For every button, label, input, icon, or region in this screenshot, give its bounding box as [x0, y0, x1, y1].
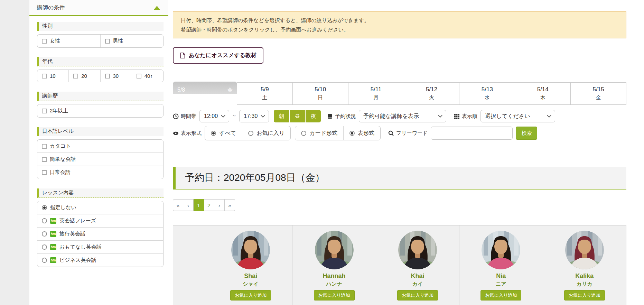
pagination-page-1[interactable]: 1	[194, 199, 204, 211]
book-icon	[327, 113, 333, 119]
pagination-next-button[interactable]: ›	[214, 199, 225, 211]
checkbox-label: カタコト	[50, 143, 71, 149]
date-tab-5-13[interactable]: 5/13 水	[459, 82, 515, 105]
pagination-prev-button[interactable]: ‹	[183, 199, 194, 211]
radio-icon[interactable]	[42, 231, 47, 237]
japanese-level-options: カタコト 簡単な会話 日常会話	[37, 139, 164, 179]
radio-icon[interactable]	[248, 131, 253, 136]
favorite-add-button[interactable]: お気に入り追加	[564, 290, 605, 301]
favorite-add-button[interactable]: お気に入り追加	[314, 290, 355, 301]
radio-show-all[interactable]: すべて	[205, 126, 242, 140]
radio-lesson-business[interactable]: hm ビジネス英会話	[37, 253, 163, 267]
favorite-add-button[interactable]: お気に入り追加	[480, 290, 521, 301]
date-tab-5-15[interactable]: 5/15 金	[571, 82, 626, 105]
radio-table-format[interactable]: 表形式	[343, 126, 380, 140]
checkbox-icon[interactable]	[137, 74, 141, 78]
radio-icon[interactable]	[349, 131, 355, 136]
band-noon-button[interactable]: 昼	[290, 110, 305, 122]
favorite-add-button[interactable]: お気に入り追加	[230, 290, 271, 301]
checkbox-female[interactable]: 女性	[37, 35, 100, 47]
checkbox-male[interactable]: 男性	[100, 35, 164, 47]
checkbox-level-simple[interactable]: 簡単な会話	[37, 152, 163, 166]
teacher-name[interactable]: Khai	[376, 272, 459, 280]
teacher-name[interactable]: Shai	[209, 272, 292, 280]
teacher-avatar[interactable]	[565, 231, 604, 269]
pagination-first-button[interactable]: «	[173, 199, 183, 211]
keyword-label-group: フリーワード	[388, 130, 428, 137]
date-tab-5-9[interactable]: 5/9 土	[237, 82, 293, 105]
teacher-name[interactable]: Nia	[459, 272, 542, 280]
checkbox-age-20[interactable]: 20	[68, 70, 100, 82]
search-button[interactable]: 検索	[516, 127, 537, 140]
tab-date: 5/15	[571, 85, 626, 93]
radio-lesson-travel[interactable]: hm 旅行英会話	[37, 227, 163, 240]
radio-icon[interactable]	[301, 131, 306, 136]
checkbox-icon[interactable]	[42, 74, 47, 78]
checkbox-icon[interactable]	[105, 39, 110, 44]
radio-icon[interactable]	[211, 131, 216, 136]
band-morning-button[interactable]: 朝	[274, 110, 289, 122]
pagination-last-button[interactable]: »	[225, 199, 235, 211]
chevron-down-icon	[438, 113, 442, 118]
hanaso-method-icon: hm	[50, 257, 56, 263]
date-tab-5-10[interactable]: 5/10 日	[293, 82, 348, 105]
checkbox-icon[interactable]	[73, 74, 78, 78]
sidebar-header[interactable]: 講師の条件	[29, 0, 168, 16]
eye-icon	[173, 130, 179, 136]
pagination-page-2[interactable]: 2	[204, 199, 214, 211]
radio-icon[interactable]	[42, 205, 47, 210]
tab-day: 木	[515, 93, 570, 101]
time-from-select[interactable]: 12:00	[199, 110, 229, 122]
radio-card-format[interactable]: カード形式	[295, 126, 343, 140]
collapse-triangle-icon[interactable]	[154, 6, 160, 10]
checkbox-label: 20	[81, 73, 87, 79]
teacher-name[interactable]: Hannah	[292, 272, 375, 280]
checkbox-icon[interactable]	[42, 170, 47, 175]
booking-status-select[interactable]: 予約可能な講師を表示	[359, 110, 446, 122]
booking-status-label-group: 予約状況	[327, 113, 356, 120]
display-format-label-group: 表示形式	[173, 130, 202, 137]
tab-date: 5/8	[177, 86, 185, 94]
radio-icon[interactable]	[42, 244, 47, 250]
checkbox-experience-2years[interactable]: 2年以上	[37, 104, 163, 117]
checkbox-level-daily[interactable]: 日常会話	[37, 166, 163, 179]
teacher-header-row: Shai シャイ お気に入り追加 Hannah ハンナ お気に入り追加	[173, 225, 626, 305]
radio-icon[interactable]	[42, 218, 47, 223]
checkbox-icon[interactable]	[42, 109, 47, 113]
radio-lesson-none[interactable]: 指定しない	[37, 201, 163, 214]
sort-order-select[interactable]: 選択してください	[480, 110, 555, 122]
display-format-label: 表示形式	[181, 130, 202, 137]
teacher-card-shai: Shai シャイ お気に入り追加	[209, 225, 292, 305]
tab-day: 金	[227, 86, 233, 94]
search-icon	[388, 130, 394, 136]
radio-lesson-hospitality[interactable]: hm おもてなし英会話	[37, 240, 163, 253]
date-tab-5-12[interactable]: 5/12 火	[404, 82, 460, 105]
time-to-select[interactable]: 17:30	[239, 110, 269, 122]
band-night-button[interactable]: 夜	[306, 110, 321, 122]
teacher-name[interactable]: Kalika	[543, 272, 626, 280]
teacher-avatar[interactable]	[398, 231, 437, 269]
teacher-avatar[interactable]	[315, 231, 354, 269]
keyword-input[interactable]	[431, 127, 513, 140]
checkbox-icon[interactable]	[42, 144, 47, 149]
recommended-materials-button[interactable]: あなたにオススメする教材	[173, 47, 263, 64]
radio-lesson-phrases[interactable]: hm 英会話フレーズ	[37, 214, 163, 227]
favorite-add-button[interactable]: お気に入り追加	[397, 290, 438, 301]
date-tab-5-8[interactable]: 5/8 金	[173, 82, 237, 94]
checkbox-icon[interactable]	[105, 74, 110, 78]
teacher-avatar[interactable]	[231, 231, 270, 269]
checkbox-level-katakoto[interactable]: カタコト	[37, 140, 163, 152]
date-tab-5-11[interactable]: 5/11 月	[348, 82, 404, 105]
checkbox-age-30[interactable]: 30	[100, 70, 132, 82]
teacher-avatar[interactable]	[482, 231, 520, 269]
radio-show-favorites[interactable]: お気に入り	[242, 126, 290, 140]
date-tab-5-14[interactable]: 5/14 木	[515, 82, 571, 105]
radio-icon[interactable]	[42, 258, 47, 263]
checkbox-icon[interactable]	[42, 157, 47, 162]
checkbox-icon[interactable]	[42, 39, 47, 44]
booking-status-value: 予約可能な講師を表示	[363, 113, 419, 120]
checkbox-age-10[interactable]: 10	[37, 70, 68, 82]
checkbox-age-40plus[interactable]: 40↑	[132, 70, 163, 82]
time-range-separator: ~	[233, 113, 236, 119]
filter-section-gender: 性別 女性 男性	[37, 22, 164, 48]
